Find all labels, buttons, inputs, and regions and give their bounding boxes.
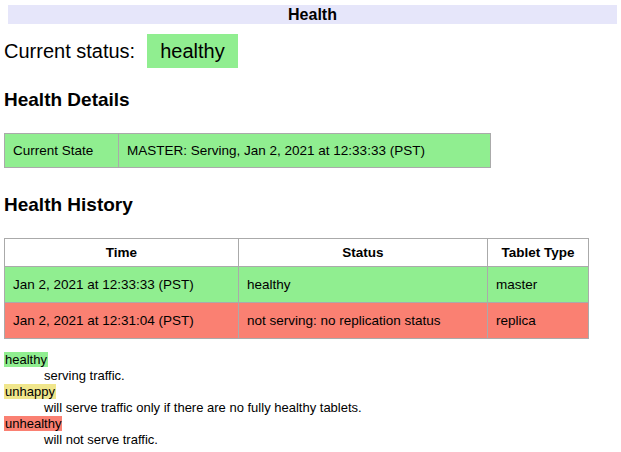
legend-term-unhappy: unhappy — [4, 384, 617, 400]
current-status-line: Current status:healthy — [4, 40, 617, 63]
table-row: Jan 2, 2021 at 12:31:04 (PST) not servin… — [5, 303, 589, 339]
table-header-row: Time Status Tablet Type — [5, 239, 589, 267]
legend-description-unhappy: will serve traffic only if there are no … — [44, 400, 617, 416]
history-time-cell: Jan 2, 2021 at 12:31:04 (PST) — [5, 303, 239, 339]
health-history-table: Time Status Tablet Type Jan 2, 2021 at 1… — [4, 238, 589, 339]
history-time-cell: Jan 2, 2021 at 12:33:33 (PST) — [5, 267, 239, 303]
details-row-label: Current State — [5, 134, 119, 168]
column-header-status: Status — [239, 239, 488, 267]
legend-term-highlight: healthy — [4, 352, 48, 367]
page-title: Health — [8, 5, 617, 24]
current-status-label: Current status: — [4, 40, 135, 62]
health-history-heading: Health History — [4, 194, 617, 216]
column-header-time: Time — [5, 239, 239, 267]
legend-term-highlight: unhealthy — [4, 416, 62, 431]
health-details-table: Current State MASTER: Serving, Jan 2, 20… — [4, 133, 491, 168]
history-tablet-type-cell: replica — [488, 303, 589, 339]
table-row: Current State MASTER: Serving, Jan 2, 20… — [5, 134, 491, 168]
legend-term-healthy: healthy — [4, 352, 617, 368]
history-status-cell: not serving: no replication status — [239, 303, 488, 339]
status-legend: healthy serving traffic. unhappy will se… — [4, 352, 617, 448]
legend-term-highlight: unhappy — [4, 384, 56, 399]
table-row: Jan 2, 2021 at 12:33:33 (PST) healthy ma… — [5, 267, 589, 303]
health-details-heading: Health Details — [4, 89, 617, 111]
legend-description-healthy: serving traffic. — [44, 368, 617, 384]
legend-description-unhealthy: will not serve traffic. — [44, 432, 617, 448]
history-tablet-type-cell: master — [488, 267, 589, 303]
legend-term-unhealthy: unhealthy — [4, 416, 617, 432]
history-status-cell: healthy — [239, 267, 488, 303]
column-header-tablet-type: Tablet Type — [488, 239, 589, 267]
current-status-badge: healthy — [147, 34, 238, 68]
details-row-value: MASTER: Serving, Jan 2, 2021 at 12:33:33… — [119, 134, 491, 168]
